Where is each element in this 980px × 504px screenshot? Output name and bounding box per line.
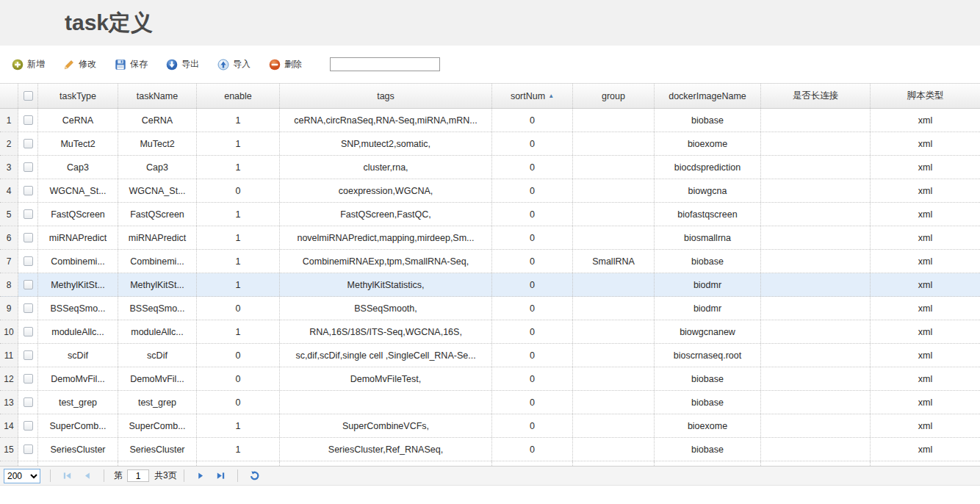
- export-down-icon: [166, 59, 178, 71]
- row-checkbox[interactable]: [24, 209, 33, 219]
- row-checkbox[interactable]: [24, 115, 33, 125]
- cell-group: [573, 391, 655, 414]
- cell-tags: DemoMvFileTest,: [280, 367, 492, 390]
- cell-enable: 0: [197, 391, 280, 414]
- cell-enable: 1: [197, 414, 280, 437]
- cell-scriptType: xml: [871, 273, 980, 296]
- cell-enable: 1: [197, 250, 280, 273]
- cell-longConn: [761, 179, 871, 202]
- cell-enable: 1: [197, 438, 280, 461]
- cell-sortNum: 0: [492, 320, 573, 343]
- row-checkbox[interactable]: [24, 186, 33, 195]
- pager-separator: [237, 469, 238, 482]
- partial-cell: [655, 461, 761, 466]
- cell-sortNum: 0: [492, 250, 573, 273]
- cell-tags: CombinemiRNAExp,tpm,SmallRNA-Seq,: [280, 250, 492, 273]
- refresh-button[interactable]: [248, 469, 261, 482]
- cell-enable: 1: [197, 203, 280, 226]
- row-checkbox[interactable]: [24, 139, 33, 148]
- column-header-dockerImageName[interactable]: dockerImageName: [655, 84, 761, 108]
- table-row[interactable]: 1CeRNACeRNA1ceRNA,circRnaSeq,RNA-Seq,miR…: [0, 109, 980, 132]
- table-row[interactable]: 9BSSeqSmo...BSSeqSmo...0BSSeqSmooth,0bio…: [0, 297, 980, 320]
- table-row[interactable]: 15SeriesClusterSeriesCluster1SeriesClust…: [0, 438, 980, 461]
- page-number-input[interactable]: [127, 469, 149, 482]
- table-row[interactable]: 12DemoMvFil...DemoMvFil...0DemoMvFileTes…: [0, 367, 980, 391]
- row-checkbox[interactable]: [24, 374, 33, 384]
- row-checkbox[interactable]: [24, 256, 33, 266]
- delete-button[interactable]: 删除: [269, 58, 302, 71]
- table-row[interactable]: 4WGCNA_St...WGCNA_St...0coexpression,WGC…: [0, 179, 980, 203]
- cell-longConn: [761, 438, 871, 461]
- row-checkbox[interactable]: [24, 350, 33, 360]
- last-page-button[interactable]: [215, 469, 227, 482]
- column-header-scriptType[interactable]: 脚本类型: [871, 84, 980, 108]
- column-header-rownum[interactable]: [0, 84, 18, 108]
- prev-page-button[interactable]: [81, 469, 93, 482]
- select-all-checkbox[interactable]: [24, 91, 33, 101]
- title-band: task定义: [0, 0, 980, 46]
- delete-icon: [269, 59, 281, 71]
- row-checkbox[interactable]: [24, 280, 33, 289]
- table-row[interactable]: 11scDifscDif0sc,dif,scDif,single cell ,S…: [0, 344, 980, 367]
- row-select-cell: [18, 367, 38, 390]
- cell-tags: MethylKitStatistics,: [280, 273, 492, 296]
- search-input[interactable]: [330, 57, 440, 71]
- table-row[interactable]: 13test_greptest_grep00biobasexml: [0, 391, 980, 414]
- row-checkbox[interactable]: [24, 162, 33, 172]
- select-all-header[interactable]: [18, 84, 38, 108]
- import-button[interactable]: 导入: [217, 58, 251, 71]
- table-row[interactable]: 7Combinemi...Combinemi...1CombinemiRNAEx…: [0, 250, 980, 273]
- first-page-button[interactable]: [61, 469, 73, 482]
- column-header-taskName[interactable]: taskName: [118, 84, 197, 108]
- cell-tags: BSSeqSmooth,: [280, 297, 492, 320]
- cell-group: [573, 179, 655, 202]
- column-header-label: 脚本类型: [907, 90, 944, 102]
- cell-enable: 0: [197, 344, 280, 367]
- cell-scriptType: xml: [871, 132, 980, 155]
- cell-taskName: FastQScreen: [118, 203, 197, 226]
- add-button[interactable]: 新增: [12, 58, 45, 71]
- table-row[interactable]: 6miRNAPredictmiRNAPredict1novelmiRNAPred…: [0, 226, 980, 250]
- cell-longConn: [761, 367, 871, 390]
- column-header-taskType[interactable]: taskType: [38, 84, 118, 108]
- edit-button[interactable]: 修改: [63, 58, 96, 71]
- column-header-label: group: [602, 91, 625, 101]
- row-checkbox[interactable]: [24, 397, 33, 407]
- cell-enable: 1: [197, 320, 280, 343]
- page-size-select[interactable]: 200: [4, 469, 40, 483]
- cell-scriptType: xml: [871, 109, 980, 132]
- table-row[interactable]: 8MethylKitSt...MethylKitSt...1MethylKitS…: [0, 273, 980, 297]
- column-header-label: dockerImageName: [669, 91, 746, 101]
- cell-tags: SuperCombineVCFs,: [280, 414, 492, 437]
- row-checkbox[interactable]: [24, 233, 33, 242]
- column-header-enable[interactable]: enable: [197, 84, 280, 108]
- cell-group: [573, 226, 655, 249]
- next-page-button[interactable]: [195, 469, 207, 482]
- cell-sortNum: 0: [492, 438, 573, 461]
- row-checkbox[interactable]: [24, 444, 33, 454]
- export-button-label: 导出: [181, 58, 199, 71]
- cell-longConn: [761, 250, 871, 273]
- cell-taskType: moduleAllc...: [38, 320, 118, 343]
- row-checkbox[interactable]: [24, 421, 33, 431]
- column-header-group[interactable]: group: [573, 84, 655, 108]
- table-row[interactable]: 3Cap3Cap31cluster,rna,0biocdspredictionx…: [0, 156, 980, 179]
- table-row[interactable]: 14SuperComb...SuperComb...1SuperCombineV…: [0, 414, 980, 438]
- export-button[interactable]: 导出: [166, 58, 199, 71]
- cell-sortNum: 0: [492, 273, 573, 296]
- row-checkbox[interactable]: [24, 303, 33, 313]
- cell-enable: 0: [197, 179, 280, 202]
- table-row[interactable]: 5FastQScreenFastQScreen1FastQScreen,Fast…: [0, 203, 980, 226]
- cell-dockerImageName: biofastqscreen: [655, 203, 761, 226]
- save-button[interactable]: 保存: [115, 58, 148, 71]
- table-row[interactable]: 2MuTect2MuTect21SNP,mutect2,somatic,0bio…: [0, 132, 980, 156]
- cell-taskName: SuperComb...: [118, 414, 197, 437]
- row-checkbox[interactable]: [24, 327, 33, 336]
- column-header-tags[interactable]: tags: [280, 84, 492, 108]
- table-row[interactable]: 10moduleAllc...moduleAllc...1RNA,16S/18S…: [0, 320, 980, 344]
- refresh-icon: [249, 470, 260, 481]
- row-number: 2: [0, 132, 18, 155]
- column-header-longConn[interactable]: 是否长连接: [761, 84, 871, 108]
- cell-taskName: WGCNA_St...: [118, 179, 197, 202]
- column-header-sortNum[interactable]: sortNum▲: [492, 84, 573, 108]
